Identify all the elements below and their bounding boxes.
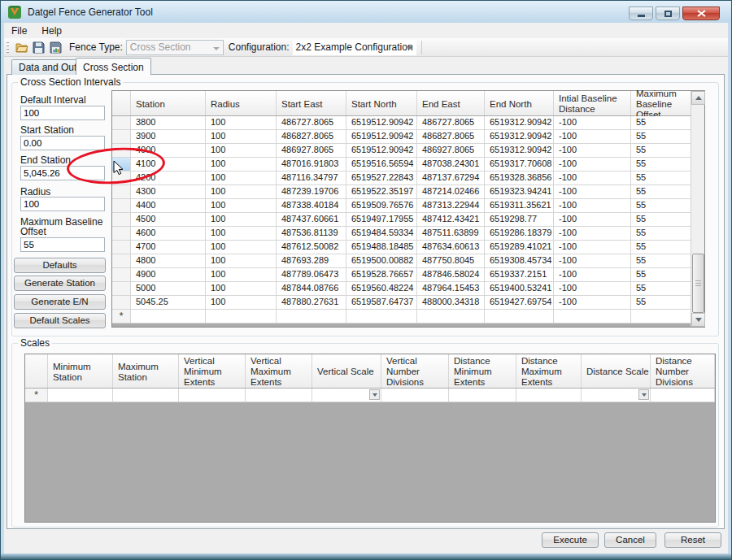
scales-column-header[interactable]: Distance Number Divisions [651, 354, 715, 388]
cell[interactable]: 6519512.90942 [346, 130, 417, 144]
cell[interactable]: 4000 [131, 144, 206, 158]
scales-column-header[interactable]: Vertical Number Divisions [381, 354, 449, 388]
cell[interactable] [48, 389, 113, 402]
cell[interactable]: 55 [631, 130, 692, 144]
generate-en-button[interactable]: Generate E/N [14, 294, 106, 310]
cell[interactable]: -100 [554, 199, 631, 213]
default-scales-button[interactable]: Default Scales [14, 313, 106, 328]
cell[interactable] [417, 310, 485, 323]
cell[interactable]: 6519528.76657 [346, 268, 417, 282]
cell[interactable]: -100 [554, 282, 631, 296]
cell[interactable]: -100 [554, 241, 631, 254]
cell[interactable] [516, 389, 582, 402]
cell[interactable]: 100 [206, 171, 277, 185]
radius-field[interactable] [20, 197, 105, 211]
cell[interactable]: 4800 [131, 254, 206, 268]
row-selector[interactable] [112, 158, 131, 171]
row-selector[interactable] [112, 241, 131, 254]
cell[interactable]: 4300 [131, 185, 206, 199]
cell[interactable] [113, 389, 179, 402]
cell[interactable]: 100 [206, 227, 277, 241]
cell[interactable]: 487239.19706 [277, 185, 346, 199]
row-selector[interactable] [112, 144, 131, 158]
grid-column-header[interactable]: Radius [206, 91, 277, 115]
cell[interactable]: 6519308.45734 [485, 254, 554, 268]
scales-corner-header[interactable] [25, 354, 48, 388]
cell[interactable]: 100 [206, 144, 277, 158]
cell[interactable]: 6519497.17955 [346, 213, 417, 227]
start-station-field[interactable] [20, 136, 105, 150]
configuration-combo[interactable]: 2x2 Example Configuration [293, 40, 416, 55]
cell[interactable]: -100 [554, 254, 631, 268]
cell[interactable]: 55 [631, 199, 692, 213]
cell[interactable] [206, 310, 277, 323]
scales-column-header[interactable]: Distance Minimum Extents [449, 354, 516, 388]
cell[interactable]: 5045.25 [131, 296, 206, 310]
cell[interactable]: 100 [206, 130, 277, 144]
cell[interactable]: 55 [631, 213, 692, 227]
cell[interactable]: 55 [631, 171, 692, 185]
row-selector[interactable] [112, 213, 131, 227]
save-report-icon[interactable] [49, 41, 63, 54]
menu-file[interactable]: File [4, 24, 34, 38]
scales-column-header[interactable]: Distance Maximum Extents [516, 354, 582, 388]
menu-help[interactable]: Help [34, 24, 69, 38]
cell[interactable]: 6519516.56594 [346, 158, 417, 171]
generate-station-button[interactable]: Generate Station [14, 276, 106, 291]
cell[interactable] [485, 310, 554, 323]
cell[interactable]: 6519289.41021 [485, 241, 554, 254]
cell[interactable]: 6519500.00882 [346, 254, 417, 268]
cell[interactable]: 487789.06473 [277, 268, 346, 282]
cell[interactable]: 486727.8065 [417, 116, 485, 130]
dropdown-button[interactable] [369, 389, 380, 400]
cell[interactable]: 100 [206, 241, 277, 254]
cell[interactable]: 4600 [131, 227, 206, 241]
cell[interactable]: 487137.67294 [417, 171, 485, 185]
toolbar-grip[interactable] [7, 41, 9, 54]
cell[interactable]: -100 [554, 130, 631, 144]
cell[interactable] [582, 389, 651, 402]
grid-column-header[interactable]: Start North [346, 91, 417, 115]
row-selector[interactable] [112, 130, 131, 144]
cell[interactable]: 487536.81139 [277, 227, 346, 241]
cell[interactable]: 6519512.90942 [346, 144, 417, 158]
cell[interactable]: -100 [554, 171, 631, 185]
cell[interactable]: 6519312.90942 [485, 130, 554, 144]
scales-column-header[interactable]: Distance Scale [582, 354, 651, 388]
cell[interactable] [631, 310, 692, 323]
maximize-button[interactable] [656, 7, 680, 20]
row-selector[interactable]: * [112, 310, 131, 323]
row-selector[interactable] [112, 268, 131, 282]
cell[interactable]: 6519587.64737 [346, 296, 417, 310]
cell[interactable]: 100 [206, 268, 277, 282]
cell[interactable]: 3900 [131, 130, 206, 144]
cell[interactable]: 55 [631, 185, 692, 199]
dropdown-button[interactable] [638, 389, 649, 400]
grid-column-header[interactable]: Station [131, 91, 206, 115]
end-station-field[interactable] [20, 166, 105, 180]
grid-column-header[interactable]: Intial Baseline Distance [554, 91, 631, 115]
cell[interactable]: 55 [631, 144, 692, 158]
cell[interactable]: 6519317.70608 [485, 158, 554, 171]
cell[interactable]: 55 [631, 282, 692, 296]
scroll-up-button[interactable] [691, 91, 705, 105]
cell[interactable]: 6519509.76576 [346, 199, 417, 213]
cell[interactable]: 6519298.77 [485, 213, 554, 227]
row-selector[interactable] [112, 282, 131, 296]
close-button[interactable] [682, 7, 720, 20]
scroll-down-button[interactable] [691, 313, 705, 327]
cell[interactable]: -100 [554, 296, 631, 310]
cell[interactable]: 486927.8065 [417, 144, 485, 158]
cell[interactable] [246, 389, 312, 402]
row-selector[interactable] [112, 227, 131, 241]
cell[interactable]: 6519400.53241 [485, 282, 554, 296]
cell[interactable]: 6519312.90942 [485, 144, 554, 158]
defaults-button[interactable]: Defaults [14, 258, 106, 273]
row-selector[interactable] [112, 199, 131, 213]
cell[interactable]: 487116.34797 [277, 171, 346, 185]
cell[interactable]: 100 [206, 116, 277, 130]
grid-corner-header[interactable] [112, 91, 131, 115]
row-selector[interactable] [112, 254, 131, 268]
cell[interactable]: 55 [631, 158, 692, 171]
row-selector[interactable] [112, 116, 131, 130]
